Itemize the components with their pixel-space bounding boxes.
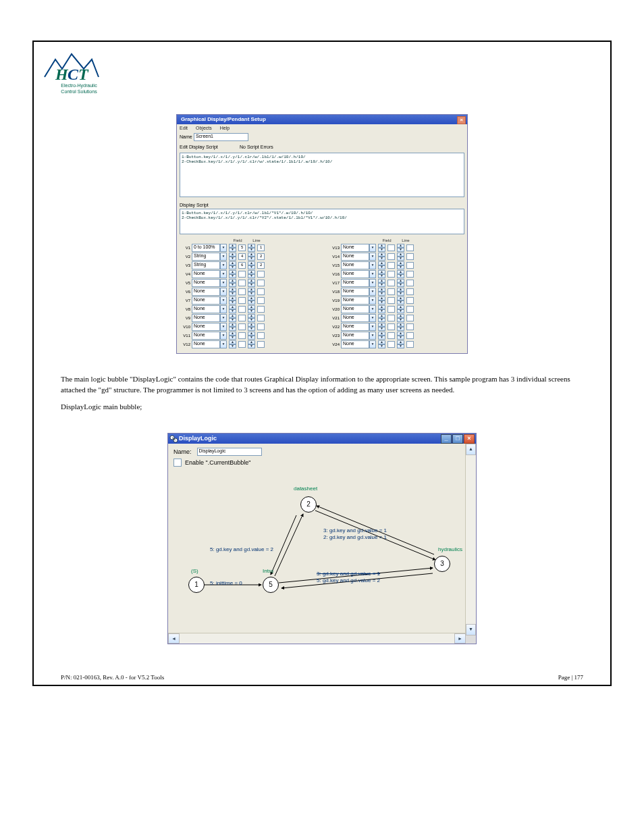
variable-type-select[interactable]: None▼: [341, 296, 376, 305]
chevron-down-icon[interactable]: ▼: [220, 332, 227, 340]
chevron-down-icon[interactable]: ▼: [220, 270, 227, 278]
menu-edit[interactable]: Edit: [180, 126, 188, 130]
line-spinner[interactable]: ▲▼: [246, 296, 265, 305]
scroll-left-button[interactable]: ◄: [168, 633, 180, 644]
line-spinner[interactable]: ▲▼: [395, 340, 414, 348]
variable-type-select[interactable]: None▼: [192, 340, 227, 348]
field-spinner[interactable]: ▲▼: [376, 340, 395, 348]
field-spinner[interactable]: ▲▼: [376, 288, 395, 296]
chevron-down-icon[interactable]: ▼: [369, 296, 376, 305]
chevron-down-icon[interactable]: ▼: [369, 314, 376, 322]
chevron-down-icon[interactable]: ▼: [220, 261, 227, 269]
chevron-down-icon[interactable]: ▼: [369, 332, 376, 340]
variable-type-select[interactable]: String▼: [192, 253, 227, 261]
line-spinner[interactable]: ▲▼: [395, 323, 414, 331]
chevron-down-icon[interactable]: ▼: [220, 244, 227, 252]
chevron-down-icon[interactable]: ▼: [369, 340, 376, 348]
line-spinner[interactable]: ▲▼: [246, 332, 265, 340]
variable-type-select[interactable]: None▼: [341, 253, 376, 261]
line-spinner[interactable]: ▲▼: [246, 323, 265, 331]
displaylogic-titlebar[interactable]: DisplayLogic _ □ ×: [168, 434, 476, 444]
line-spinner[interactable]: ▲▼: [395, 305, 414, 313]
gd-setup-titlebar[interactable]: Graphical Display/Pendant Setup ×: [177, 115, 467, 124]
chevron-down-icon[interactable]: ▼: [220, 314, 227, 322]
field-spinner[interactable]: ▲▼: [376, 305, 395, 313]
chevron-down-icon[interactable]: ▼: [369, 253, 376, 261]
field-spinner[interactable]: ▲▼: [227, 314, 246, 322]
field-spinner[interactable]: ▲▼4: [227, 253, 246, 261]
line-spinner[interactable]: ▲▼2: [246, 261, 265, 269]
line-spinner[interactable]: ▲▼: [395, 332, 414, 340]
chevron-down-icon[interactable]: ▼: [220, 288, 227, 296]
variable-type-select[interactable]: 0 to 100%▼: [192, 244, 227, 252]
chevron-down-icon[interactable]: ▼: [369, 261, 376, 269]
variable-type-select[interactable]: None▼: [192, 296, 227, 305]
line-spinner[interactable]: ▲▼: [246, 314, 265, 322]
menu-objects[interactable]: Objects: [196, 126, 212, 130]
logic-name-input[interactable]: DisplayLogic: [197, 448, 262, 456]
chevron-down-icon[interactable]: ▼: [369, 270, 376, 278]
chevron-down-icon[interactable]: ▼: [369, 279, 376, 287]
edit-script-textarea[interactable]: 1-Button.key/1/.x/1/.y/1/.clr/w/.lbl/1/.…: [180, 153, 464, 197]
menu-help[interactable]: Help: [220, 126, 230, 130]
field-spinner[interactable]: ▲▼: [376, 244, 395, 252]
minimize-button[interactable]: _: [441, 434, 452, 444]
variable-type-select[interactable]: None▼: [341, 314, 376, 322]
field-spinner[interactable]: ▲▼: [376, 279, 395, 287]
line-spinner[interactable]: ▲▼2: [246, 253, 265, 261]
scroll-right-button[interactable]: ►: [454, 633, 466, 644]
variable-type-select[interactable]: None▼: [341, 323, 376, 331]
line-spinner[interactable]: ▲▼: [246, 279, 265, 287]
variable-type-select[interactable]: None▼: [341, 261, 376, 269]
field-spinner[interactable]: ▲▼: [227, 270, 246, 278]
bubble-5[interactable]: 5: [263, 577, 279, 593]
line-spinner[interactable]: ▲▼: [395, 261, 414, 269]
chevron-down-icon[interactable]: ▼: [220, 323, 227, 331]
variable-type-select[interactable]: None▼: [192, 314, 227, 322]
field-spinner[interactable]: ▲▼: [376, 314, 395, 322]
field-spinner[interactable]: ▲▼: [376, 296, 395, 305]
variable-type-select[interactable]: None▼: [341, 305, 376, 313]
variable-type-select[interactable]: None▼: [192, 323, 227, 331]
line-spinner[interactable]: ▲▼: [246, 340, 265, 348]
chevron-down-icon[interactable]: ▼: [220, 253, 227, 261]
vertical-scrollbar[interactable]: ▲ ▼: [465, 444, 476, 633]
field-spinner[interactable]: ▲▼: [227, 323, 246, 331]
field-spinner[interactable]: ▲▼: [227, 296, 246, 305]
field-spinner[interactable]: ▲▼: [227, 279, 246, 287]
bubble-2[interactable]: 2: [300, 496, 317, 513]
field-spinner[interactable]: ▲▼: [376, 323, 395, 331]
field-spinner[interactable]: ▲▼: [227, 305, 246, 313]
bubble-canvas[interactable]: 1 2 3 5 datasheet hydraulics Intro (S) 5…: [168, 473, 465, 615]
variable-type-select[interactable]: None▼: [192, 279, 227, 287]
line-spinner[interactable]: ▲▼: [395, 288, 414, 296]
line-spinner[interactable]: ▲▼: [395, 279, 414, 287]
bubble-3[interactable]: 3: [434, 556, 450, 572]
field-spinner[interactable]: ▲▼: [376, 253, 395, 261]
field-spinner[interactable]: ▲▼: [227, 288, 246, 296]
field-spinner[interactable]: ▲▼: [376, 261, 395, 269]
line-spinner[interactable]: ▲▼1: [246, 244, 265, 252]
bubble-1[interactable]: 1: [188, 577, 205, 593]
horizontal-scrollbar[interactable]: ◄ ►: [168, 633, 476, 644]
scroll-up-button[interactable]: ▲: [466, 444, 476, 455]
chevron-down-icon[interactable]: ▼: [369, 323, 376, 331]
variable-type-select[interactable]: None▼: [341, 340, 376, 348]
close-icon[interactable]: ×: [457, 116, 466, 124]
line-spinner[interactable]: ▲▼: [395, 314, 414, 322]
variable-type-select[interactable]: None▼: [192, 270, 227, 278]
variable-type-select[interactable]: None▼: [341, 279, 376, 287]
chevron-down-icon[interactable]: ▼: [369, 288, 376, 296]
scroll-down-button[interactable]: ▼: [466, 624, 476, 635]
maximize-button[interactable]: □: [452, 434, 463, 444]
name-input[interactable]: Screen1: [194, 133, 248, 141]
variable-type-select[interactable]: String▼: [192, 261, 227, 269]
line-spinner[interactable]: ▲▼: [395, 253, 414, 261]
variable-type-select[interactable]: None▼: [192, 332, 227, 340]
line-spinner[interactable]: ▲▼: [246, 270, 265, 278]
line-spinner[interactable]: ▲▼: [246, 305, 265, 313]
line-spinner[interactable]: ▲▼: [246, 288, 265, 296]
variable-type-select[interactable]: None▼: [341, 332, 376, 340]
line-spinner[interactable]: ▲▼: [395, 270, 414, 278]
variable-type-select[interactable]: None▼: [192, 305, 227, 313]
